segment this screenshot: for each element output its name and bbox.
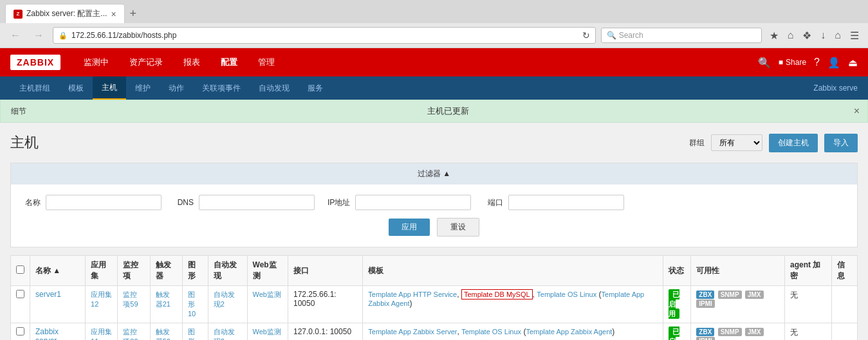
col-name[interactable]: 名称 ▲ xyxy=(30,256,86,286)
share-button[interactable]: ■ Share xyxy=(779,58,806,67)
col-appset: 应用集 xyxy=(86,256,118,286)
row1-trigger-col: 触发器21 xyxy=(150,286,182,323)
power-icon[interactable]: ⏏ xyxy=(848,57,858,69)
filter-actions: 应用 重设 xyxy=(21,218,847,237)
zabbix-logo[interactable]: ZABBIX xyxy=(10,55,60,70)
row2-monitor-link[interactable]: 监控项80 xyxy=(123,328,138,340)
row2-template-os-linux[interactable]: Template OS Linux xyxy=(461,328,521,336)
search-placeholder: Search xyxy=(619,31,643,40)
filter-title: 过滤器 ▲ xyxy=(418,168,450,179)
help-icon[interactable]: ? xyxy=(814,57,820,68)
url-text: 172.25.66.11/zabbix/hosts.php xyxy=(71,31,578,40)
row2-template-zabbix-agent[interactable]: Template App Zabbix Agent xyxy=(526,328,612,336)
select-all-checkbox[interactable] xyxy=(16,265,24,274)
subnav-maintenance[interactable]: 维护 xyxy=(126,76,160,100)
row1-name-link[interactable]: server1 xyxy=(35,290,61,299)
content-area: 主机 群组 所有 创建主机 导入 过滤器 ▲ 名称 DNS xyxy=(0,123,868,340)
row2-status-badge: 已启用 xyxy=(669,327,679,340)
new-tab-button[interactable]: + xyxy=(125,4,142,23)
nav-assets[interactable]: 资产记录 xyxy=(119,49,173,76)
filter-header[interactable]: 过滤器 ▲ xyxy=(11,163,857,184)
row1-autodiscover-link[interactable]: 自动发现2 xyxy=(214,291,235,308)
shield-icon[interactable]: ❖ xyxy=(800,28,814,43)
row2-autodiscover-col: 自动发现2 xyxy=(208,323,247,341)
filter-port-label: 端口 xyxy=(484,197,503,208)
subnav-host-groups[interactable]: 主机群组 xyxy=(10,76,59,100)
col-agent-encrypt: agent 加密 xyxy=(785,256,832,286)
import-button[interactable]: 导入 xyxy=(824,134,858,152)
row1-interface-col: 172.25.66.1: 10050 xyxy=(288,286,362,323)
row2-template-zabbix-server[interactable]: Template App Zabbix Server xyxy=(368,328,457,336)
row1-monitor-link[interactable]: 监控项59 xyxy=(123,291,138,308)
row2-checkbox[interactable] xyxy=(16,327,24,336)
nav-report[interactable]: 报表 xyxy=(173,49,210,76)
reset-filter-button[interactable]: 重设 xyxy=(437,218,479,237)
row1-availability-col: ZBX SNMP JMX IPMI xyxy=(691,286,785,323)
nav-monitor[interactable]: 监测中 xyxy=(73,49,119,76)
download-icon[interactable]: ↓ xyxy=(818,28,828,42)
subnav-actions[interactable]: 动作 xyxy=(160,76,193,100)
row2-webmonitor-link[interactable]: Web监测 xyxy=(253,328,281,336)
menu-icon[interactable]: ☰ xyxy=(847,28,862,43)
row2-appset-link[interactable]: 应用集11 xyxy=(91,328,112,340)
subnav-templates[interactable]: 模板 xyxy=(59,76,93,100)
col-interface: 接口 xyxy=(288,256,362,286)
alert-message: 主机已更新 xyxy=(39,105,857,117)
alert-close-icon[interactable]: × xyxy=(854,105,860,117)
refresh-icon[interactable]: ↻ xyxy=(582,30,590,40)
table-row: Zabbix server 应用集11 监控项80 触发器50 图形14 自动发… xyxy=(11,323,858,341)
browser-chrome: Z Zabbix server: 配置主... × + ← → 🔒 172.25… xyxy=(0,0,868,48)
user-icon[interactable]: 👤 xyxy=(827,57,840,69)
create-host-button[interactable]: 创建主机 xyxy=(769,134,818,152)
row1-encrypt-col: 无 xyxy=(785,286,832,323)
col-availability: 可用性 xyxy=(691,256,785,286)
sub-nav: 主机群组 模板 主机 维护 动作 关联项事件 自动发现 服务 Zabbix se… xyxy=(0,76,868,100)
row1-webmonitor-link[interactable]: Web监测 xyxy=(253,291,281,298)
filter-ip-input[interactable] xyxy=(355,195,471,210)
filter-dns-label: DNS xyxy=(174,198,194,207)
row2-graph-link[interactable]: 图形14 xyxy=(188,328,196,340)
row1-appset-link[interactable]: 应用集12 xyxy=(91,291,112,308)
page-header: 主机 群组 所有 创建主机 导入 xyxy=(10,133,858,152)
group-select[interactable]: 所有 xyxy=(711,134,762,151)
row2-appset-col: 应用集11 xyxy=(86,323,118,341)
nav-admin[interactable]: 管理 xyxy=(248,49,285,76)
row1-graph-link[interactable]: 图形10 xyxy=(188,291,196,318)
row1-appset-col: 应用集12 xyxy=(86,286,118,323)
row1-template-db-mysql[interactable]: Template DB MySQL xyxy=(461,289,533,300)
subnav-correlation[interactable]: 关联项事件 xyxy=(193,76,250,100)
row2-autodiscover-link[interactable]: 自动发现2 xyxy=(214,328,235,340)
page-title: 主机 xyxy=(10,133,689,152)
row1-trigger-link[interactable]: 触发器21 xyxy=(156,291,171,308)
apply-filter-button[interactable]: 应用 xyxy=(389,219,430,236)
bookmark-icon[interactable]: ★ xyxy=(767,28,781,43)
row1-checkbox[interactable] xyxy=(16,290,24,298)
active-tab[interactable]: Z Zabbix server: 配置主... × xyxy=(5,4,125,23)
row2-snmp-badge: SNMP xyxy=(718,328,742,336)
row1-template-app-http[interactable]: Template App HTTP Service xyxy=(368,291,457,298)
row2-ipmi-badge: IPMI xyxy=(696,337,715,340)
search-header-icon[interactable]: 🔍 xyxy=(758,57,771,69)
subnav-autodiscover[interactable]: 自动发现 xyxy=(250,76,299,100)
filter-name-input[interactable] xyxy=(46,195,162,210)
back-button[interactable]: ← xyxy=(6,28,24,42)
url-bar[interactable]: 🔒 172.25.66.11/zabbix/hosts.php ↻ xyxy=(53,27,596,44)
pocket-icon[interactable]: ⌂ xyxy=(785,28,797,42)
tab-close-icon[interactable]: × xyxy=(111,9,116,19)
browser-search-box[interactable]: 🔍 Search xyxy=(601,28,762,43)
filter-dns-input[interactable] xyxy=(199,195,315,210)
forward-button[interactable]: → xyxy=(30,28,48,42)
nav-config[interactable]: 配置 xyxy=(210,49,248,76)
table-header-row: 名称 ▲ 应用集 监控项 触发器 图形 自动发现 Web监测 接口 模板 状态 … xyxy=(11,256,858,286)
home-icon[interactable]: ⌂ xyxy=(832,28,844,42)
col-trigger: 触发器 xyxy=(150,256,182,286)
row1-info-col xyxy=(832,286,858,323)
subnav-hosts[interactable]: 主机 xyxy=(93,76,126,100)
header-right: 🔍 ■ Share ? 👤 ⏏ xyxy=(758,57,858,69)
app-header: ZABBIX 监测中 资产记录 报表 配置 管理 🔍 ■ Share ? 👤 ⏏ xyxy=(0,48,868,76)
row1-template-os-linux[interactable]: Template OS Linux xyxy=(537,291,596,298)
filter-port-input[interactable] xyxy=(508,195,624,210)
subnav-services[interactable]: 服务 xyxy=(299,76,332,100)
row2-name-link[interactable]: Zabbix server xyxy=(35,327,59,340)
row2-trigger-link[interactable]: 触发器50 xyxy=(156,328,171,340)
